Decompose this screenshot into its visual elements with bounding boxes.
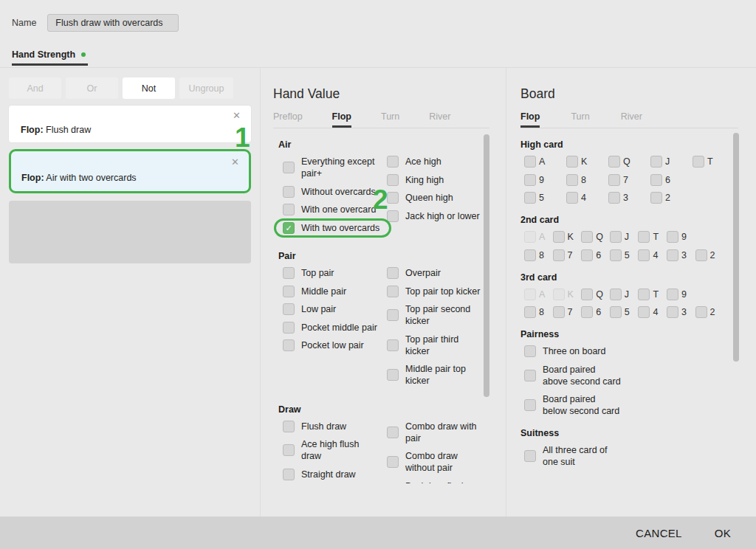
clipped-option: Backdoor flush draw	[387, 480, 499, 483]
checkbox-high-card-j[interactable]	[650, 156, 662, 168]
checkbox-combo-draw-without-pair[interactable]	[387, 456, 399, 468]
card-rank-label: J	[625, 232, 629, 242]
checkbox-2nd-card-7[interactable]	[553, 249, 565, 261]
tab-river[interactable]: River	[429, 111, 450, 122]
checkbox-3rd-card-j[interactable]	[610, 289, 622, 300]
cancel-button[interactable]: CANCEL	[636, 527, 682, 539]
tab-river[interactable]: River	[621, 111, 642, 122]
checkbox-without-overcards[interactable]	[283, 186, 295, 198]
tab-hand-strength[interactable]: Hand Strength	[12, 49, 86, 60]
checkbox-2nd-card-5[interactable]	[610, 249, 622, 261]
checkbox-straight-draw[interactable]	[283, 469, 295, 480]
option-label: Top pair second kicker	[405, 303, 470, 327]
section-draw: DrawFlush drawAce high flush drawStraigh…	[261, 404, 506, 486]
checkbox-pocket-low-pair[interactable]	[283, 339, 295, 351]
card-rank-label: 8	[539, 250, 544, 260]
checkbox-2nd-card-q[interactable]	[581, 231, 593, 243]
checkbox-3rd-card-7[interactable]	[553, 306, 565, 318]
checkbox-pocket-middle-pair[interactable]	[283, 322, 295, 334]
option-label: With one overcard	[301, 204, 376, 215]
checkbox-3rd-card-q[interactable]	[581, 289, 593, 300]
checkbox-high-card-5[interactable]	[524, 192, 536, 204]
checkbox-jack-high-or-lower[interactable]	[387, 210, 399, 222]
checkbox-2nd-card-j[interactable]	[610, 231, 622, 243]
checkbox-2nd-card-k[interactable]	[553, 231, 565, 243]
checkbox-board-paired-above-second-card[interactable]	[524, 370, 536, 381]
checkbox-top-pair-second-kicker[interactable]	[387, 309, 399, 321]
tab-preflop[interactable]: Preflop	[273, 111, 303, 122]
not-button[interactable]: Not	[123, 77, 175, 99]
tab-flop[interactable]: Flop	[332, 111, 351, 122]
checkbox-high-card-9[interactable]	[524, 174, 536, 186]
checkbox-flush-draw[interactable]	[283, 421, 295, 432]
option-label: Middle pair top kicker	[405, 363, 466, 387]
checkbox-ace-high-flush-draw[interactable]	[283, 444, 295, 456]
checkbox-king-high[interactable]	[387, 174, 399, 186]
checked-checkbox-with-two-overcards[interactable]: ✓	[283, 222, 295, 234]
option-row-with-one-overcard: With one overcard	[283, 204, 387, 215]
checkbox-middle-pair-top-kicker[interactable]	[387, 369, 399, 381]
checkbox-high-card-7[interactable]	[608, 174, 620, 186]
checkbox-low-pair[interactable]	[283, 303, 295, 315]
checkbox-2nd-card-3[interactable]	[667, 249, 678, 261]
card-rank-label: 3	[681, 307, 687, 317]
checkbox-high-card-t[interactable]	[693, 156, 704, 168]
tab-turn[interactable]: Turn	[571, 111, 589, 122]
checkbox-3rd-card-5[interactable]	[610, 306, 622, 318]
checkbox-queen-high[interactable]	[387, 192, 399, 204]
checkbox-three-on-board[interactable]	[524, 345, 536, 357]
checkbox-3rd-card-6[interactable]	[581, 306, 593, 318]
checkbox-2nd-card-9[interactable]	[667, 231, 678, 243]
checkbox-high-card-8[interactable]	[566, 174, 578, 186]
option-label: Board paired below second card	[543, 393, 619, 417]
checkbox-3rd-card-9[interactable]	[667, 289, 678, 300]
checkbox-top-pair-top-kicker[interactable]	[387, 286, 399, 297]
checkbox-high-card-6[interactable]	[650, 174, 662, 186]
close-icon[interactable]: ✕	[231, 156, 239, 168]
checkbox-2nd-card-2[interactable]	[695, 249, 707, 261]
checkbox-board-paired-below-second-card[interactable]	[524, 399, 536, 411]
card-rank-label: 6	[596, 250, 601, 260]
checkbox-high-card-3[interactable]	[608, 192, 620, 204]
tab-turn[interactable]: Turn	[381, 111, 399, 122]
checkbox-high-card-k[interactable]	[566, 156, 578, 168]
checkbox-all-three-card-of-one-suit[interactable]	[524, 450, 536, 462]
ok-button[interactable]: OK	[715, 527, 731, 539]
checkbox-overpair[interactable]	[387, 267, 399, 279]
checkbox-2nd-card-4[interactable]	[638, 249, 650, 261]
checkbox-middle-pair[interactable]	[283, 286, 295, 297]
card-cell-3rd-card-2: 2	[695, 306, 724, 318]
checkbox-3rd-card-t[interactable]	[638, 289, 650, 300]
close-icon[interactable]: ✕	[233, 110, 241, 121]
checkbox-3rd-card-3[interactable]	[667, 306, 678, 318]
card-cell-2nd-card-7: 7	[553, 249, 582, 261]
checkbox-top-pair-third-kicker[interactable]	[387, 339, 399, 351]
checkbox-high-card-q[interactable]	[608, 156, 620, 168]
dialog-footer: CANCEL OK	[0, 517, 756, 549]
tab-flop[interactable]: Flop	[520, 111, 540, 122]
checkbox-combo-draw-with-pair[interactable]	[387, 427, 399, 438]
checkbox-everything-except-pair[interactable]	[283, 162, 295, 173]
checkbox-3rd-card-8[interactable]	[524, 306, 536, 318]
filter-item-flush-draw[interactable]: ✕Flop: Flush draw	[9, 106, 251, 142]
checkbox-3rd-card-4[interactable]	[638, 306, 650, 318]
hand-value-scrollbar[interactable]	[484, 134, 489, 397]
checkbox-high-card-4[interactable]	[566, 192, 578, 204]
checkbox-ace-high[interactable]	[387, 156, 399, 168]
checkbox-high-card-a[interactable]	[524, 156, 536, 168]
card-cell-high-card-2: 2	[650, 192, 693, 204]
board-tabs: FlopTurnRiver	[520, 111, 756, 122]
board-scrollbar[interactable]	[733, 133, 739, 362]
filter-item-prefix: Flop:	[21, 125, 44, 135]
checkbox-2nd-card-8[interactable]	[524, 249, 536, 261]
name-input[interactable]	[47, 14, 179, 32]
card-cell-2nd-card-3: 3	[667, 249, 695, 261]
checkbox-high-card-2[interactable]	[650, 192, 662, 204]
checkbox-with-one-overcard[interactable]	[283, 204, 295, 215]
checkbox-2nd-card-6[interactable]	[581, 249, 593, 261]
checkbox-3rd-card-2[interactable]	[695, 306, 707, 318]
checkbox-top-pair[interactable]	[283, 267, 295, 279]
filter-item-air-with-two-overcards[interactable]: ✕Flop: Air with two overcards	[9, 149, 251, 193]
card-rank-label: 4	[653, 250, 658, 260]
checkbox-2nd-card-t[interactable]	[638, 231, 650, 243]
